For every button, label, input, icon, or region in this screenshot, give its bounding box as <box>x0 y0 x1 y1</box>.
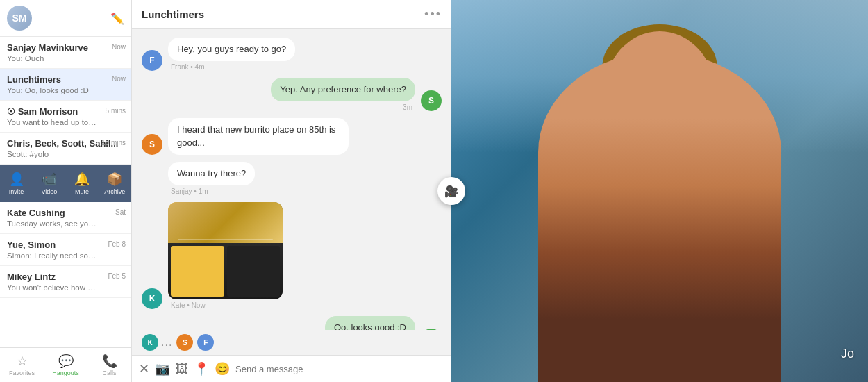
message-content: Hey, you guys ready to go? Frank • 4m <box>168 38 295 71</box>
sidebar-header: SM ✏️ <box>0 0 131 37</box>
archive-button[interactable]: 📦 Archive <box>99 169 131 198</box>
message-content: Yep. Any preference for where? 3m <box>271 78 415 111</box>
sender-avatar: K <box>142 288 162 309</box>
conv-item-kate[interactable]: Sat Kate Cushing Tuesday works, see you … <box>0 202 131 234</box>
conv-name: Mikey Lintz <box>7 272 124 282</box>
conv-preview: Simon: I really need some coffee# <box>7 251 97 260</box>
image-icon[interactable]: 🖼 <box>176 362 188 376</box>
videocam-icon: 🎥 <box>444 185 458 198</box>
invite-icon: 👤 <box>9 172 24 187</box>
compose-icon[interactable]: ✏️ <box>110 12 124 25</box>
face-container <box>521 10 799 372</box>
message-input[interactable] <box>235 364 444 374</box>
location-icon[interactable]: 📍 <box>194 361 209 376</box>
more-options-button[interactable]: ••• <box>424 7 442 22</box>
message-row: S Yep. Any preference for where? 3m <box>142 78 442 111</box>
tray-yellow <box>171 246 224 297</box>
participant-avatar: F <box>197 334 214 351</box>
message-bubble: Wanna try there? <box>168 162 255 185</box>
conv-preview: You: Oo, looks good :D <box>7 86 97 94</box>
archive-icon: 📦 <box>107 172 122 187</box>
conv-preview: Tuesday works, see you then! <box>7 219 97 228</box>
video-panel: Jo <box>451 0 868 382</box>
conv-time: Feb 5 <box>108 272 126 280</box>
conv-name: Kate Cushing <box>7 208 124 218</box>
caller-name-overlay: Jo <box>841 347 854 361</box>
message-meta: 3m <box>271 103 415 111</box>
conv-item-group[interactable]: 10 mins Chris, Beck, Scott, Sahil... Sco… <box>0 133 131 165</box>
conv-time: 10 mins <box>101 139 126 147</box>
camera-icon[interactable]: 📷 <box>155 361 170 376</box>
chat-area: Lunchtimers ••• F Hey, you guys ready to… <box>132 0 451 382</box>
page-title: Lunchtimers <box>142 8 204 20</box>
message-content: Kate • Now <box>168 202 283 309</box>
participant-avatar: S <box>176 334 193 351</box>
message-meta: Sanjay • 1m <box>168 188 255 195</box>
message-bubble: I heard that new burrito place on 85th i… <box>168 118 349 154</box>
favorites-icon: ☆ <box>17 354 28 369</box>
conv-item-sam[interactable]: 5 mins ☉ Sam Morrison You want to head u… <box>0 101 131 133</box>
message-content: Wanna try there? Sanjay • 1m <box>168 162 255 195</box>
message-bubble: Yep. Any preference for where? <box>271 78 415 101</box>
emoji-icon[interactable]: 😊 <box>215 361 230 376</box>
message-meta: Kate • Now <box>168 301 283 309</box>
conv-time: Feb 8 <box>108 240 126 248</box>
person-body <box>538 52 781 382</box>
typing-indicator: K ... S F <box>132 330 451 355</box>
close-icon[interactable]: ✕ <box>139 361 149 376</box>
mute-button[interactable]: 🔔 Mute <box>66 169 99 198</box>
conv-preview: You: Ouch <box>7 54 97 63</box>
image-bottom <box>168 243 283 299</box>
image-message[interactable] <box>168 202 283 299</box>
message-bubble: Oo, looks good :D <box>325 316 415 330</box>
action-bar: 👤 Invite 📹 Video 🔔 Mute 📦 Archive <box>0 165 131 202</box>
conv-preview: You won't believe how I finally got the … <box>7 283 97 292</box>
image-top <box>168 202 283 243</box>
chat-input-bar: ✕ 📷 🖼 📍 😊 <box>132 355 451 382</box>
nav-favorites[interactable]: ☆ Favorites <box>0 352 44 378</box>
bottom-nav: ☆ Favorites 💬 Hangouts 📞 Calls <box>0 347 131 382</box>
message-row: K Kate • Now <box>142 202 442 309</box>
conv-time: Now <box>112 43 126 51</box>
conv-item-mikey[interactable]: Feb 5 Mikey Lintz You won't believe how … <box>0 266 131 298</box>
conv-preview: You want to head up to Tahoe this weeken… <box>7 118 97 126</box>
video-icon: 📹 <box>42 172 57 187</box>
hangouts-icon: 💬 <box>58 354 74 369</box>
invite-button[interactable]: 👤 Invite <box>0 169 33 198</box>
conv-name: Lunchtimers <box>7 74 124 85</box>
nav-hangouts[interactable]: 💬 Hangouts <box>44 352 87 378</box>
conv-item-sanjay[interactable]: Now Sanjay Mavinkurve You: Ouch <box>0 37 131 69</box>
video-caller <box>451 0 868 382</box>
conv-preview: Scott: #yolo <box>7 150 97 158</box>
video-button[interactable]: 📹 Video <box>33 169 65 198</box>
conv-item-lunchtimers[interactable]: Now Lunchtimers You: Oo, looks good :D <box>0 69 131 101</box>
user-avatar[interactable]: SM <box>7 6 32 31</box>
conversation-list: Now Sanjay Mavinkurve You: Ouch Now Lunc… <box>0 37 131 347</box>
message-content: I heard that new burrito place on 85th i… <box>168 118 349 154</box>
participant-avatar: K <box>142 334 158 351</box>
message-row: S I heard that new burrito place on 85th… <box>142 118 442 154</box>
conv-time: Now <box>112 75 126 83</box>
food-image <box>168 202 283 299</box>
message-row: S Oo, looks good :D Now <box>142 316 442 330</box>
nav-calls[interactable]: 📞 Calls <box>87 352 131 378</box>
conv-name: Sanjay Mavinkurve <box>7 42 124 53</box>
message-row: Wanna try there? Sanjay • 1m <box>142 162 442 195</box>
message-meta: Frank • 4m <box>168 63 295 71</box>
mute-icon: 🔔 <box>74 172 90 187</box>
start-video-call-button[interactable]: 🎥 <box>437 177 465 205</box>
conv-time: Sat <box>115 208 126 216</box>
sender-avatar: S <box>142 134 162 155</box>
typing-dots: ... <box>161 336 172 349</box>
chat-header: Lunchtimers ••• <box>132 0 451 29</box>
message-content: Oo, looks good :D Now <box>325 316 415 330</box>
message-bubble: Hey, you guys ready to go? <box>168 38 295 61</box>
sender-avatar: F <box>142 50 162 71</box>
messages-container: F Hey, you guys ready to go? Frank • 4m … <box>132 29 451 330</box>
conv-name: Yue, Simon <box>7 240 124 250</box>
calls-icon: 📞 <box>102 354 117 369</box>
sidebar: SM ✏️ Now Sanjay Mavinkurve You: Ouch No… <box>0 0 132 382</box>
tray-black <box>227 246 281 297</box>
conv-item-yue[interactable]: Feb 8 Yue, Simon Simon: I really need so… <box>0 234 131 266</box>
conv-time: 5 mins <box>106 107 126 115</box>
